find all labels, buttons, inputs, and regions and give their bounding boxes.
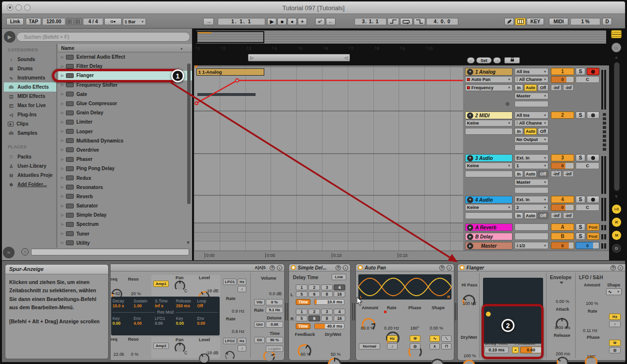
track-1-device-1-chooser[interactable]: Auto Pan: [465, 76, 513, 83]
expand-triangle-icon[interactable]: ▷: [61, 129, 64, 133]
device-grip[interactable]: [352, 303, 355, 320]
expand-triangle-icon[interactable]: ▷: [61, 55, 64, 59]
lfo-hz-button[interactable]: Hz: [609, 314, 621, 320]
expand-triangle-icon[interactable]: ▷: [61, 185, 64, 189]
track-2-solo-button[interactable]: S: [576, 111, 585, 119]
save-preset-icon[interactable]: ▪: [447, 265, 452, 270]
track-4-header[interactable]: ▼4 Audio: [465, 196, 513, 204]
play-button[interactable]: ▶: [267, 18, 276, 25]
browser-list-item[interactable]: ▷ Glue Compressor: [58, 99, 192, 108]
lfo-phase-button[interactable]: Φ: [609, 340, 621, 346]
returns-section-toggle[interactable]: R: [612, 218, 621, 227]
quantization-menu[interactable]: 1 Bar: [123, 18, 146, 25]
sidebar-item-audio-effects[interactable]: ıllıAudio Effects: [4, 82, 56, 92]
sidebar-item-instruments[interactable]: ∿Instruments: [4, 73, 56, 82]
sidebar-item-plug-ins[interactable]: ◁Plug-Ins: [4, 110, 56, 119]
detune-field[interactable]: 0.00: [266, 321, 283, 328]
amp2-pan-knob[interactable]: [175, 343, 185, 353]
return-a-field[interactable]: [514, 223, 548, 231]
overdub-d-button[interactable]: D: [602, 18, 612, 25]
track-1-monitor-in[interactable]: In: [514, 84, 523, 91]
track-3-volume-slider[interactable]: 0: [551, 162, 574, 169]
spin-button[interactable]: ◎: [410, 343, 420, 349]
track-3-number[interactable]: 3: [551, 154, 574, 161]
browser-list-item[interactable]: ▷ Tuner: [58, 229, 192, 238]
expand-triangle-icon[interactable]: ▷: [61, 213, 64, 217]
track-2-monitor-in[interactable]: In: [514, 128, 523, 135]
right-time-field[interactable]: 40.0 ms: [314, 323, 344, 329]
track-3-arm-button[interactable]: [587, 154, 599, 161]
beat-division-button[interactable]: 3: [321, 285, 333, 290]
beat-ruler[interactable]: 1 2 3 4 5: [194, 45, 609, 53]
save-preset-icon[interactable]: ▪: [618, 265, 623, 270]
browser-list-item[interactable]: ▷ Looper: [58, 127, 192, 136]
track-3-sends-field[interactable]: [514, 187, 548, 193]
list-scroll-down-icon[interactable]: ▼: [186, 240, 191, 245]
shape-saw-button[interactable]: ⟍: [441, 335, 451, 342]
io-section-toggle[interactable]: I-O: [612, 205, 621, 214]
glide-time-field[interactable]: 50 %: [266, 337, 283, 343]
expand-triangle-icon[interactable]: ▷: [61, 158, 64, 161]
track-2-header[interactable]: ▼2 MIDI: [465, 111, 513, 119]
normal-mode-button[interactable]: Normal: [359, 343, 380, 349]
track-2-midi-channel-menu[interactable]: ⁞ All Channe: [514, 120, 548, 127]
track-2-arm-button[interactable]: [587, 111, 599, 119]
sidebar-item-user-library[interactable]: ♙User-Library: [4, 161, 56, 171]
sidebar-item-drums[interactable]: ⊞Drums: [4, 64, 56, 73]
return-b-number[interactable]: B: [551, 233, 574, 240]
device-simple-delay[interactable]: Simple Del... ↻ ▪ Delay Time Link 1234 L…: [289, 264, 350, 360]
flanger-title-bar[interactable]: Flanger ↻ ▪: [458, 264, 625, 271]
track-3-monitor-in[interactable]: In: [514, 171, 523, 177]
loop-set-next-button[interactable]: →: [493, 57, 501, 63]
lfo2-button[interactable]: LFO2: [223, 338, 237, 344]
track-1-header[interactable]: ▼1 Analog: [465, 68, 513, 76]
track-4-instrument-field[interactable]: [465, 212, 513, 219]
browser-list-item[interactable]: ▷ Redux: [58, 173, 192, 182]
loop-set-button[interactable]: Set: [476, 57, 492, 63]
expand-triangle-icon[interactable]: ▷: [61, 148, 64, 152]
preview-volume-bar[interactable]: [31, 249, 189, 255]
return-b-field[interactable]: [514, 233, 548, 240]
return-b-solo-button[interactable]: S: [576, 233, 585, 240]
beat-division-button[interactable]: 16: [334, 316, 345, 321]
shape-knob[interactable]: [431, 359, 444, 364]
track-4-device-chooser[interactable]: Keine: [465, 204, 513, 211]
master-volume-slider[interactable]: 0: [551, 242, 574, 249]
track-4-input-channel-menu[interactable]: 2: [514, 204, 548, 211]
expand-triangle-icon[interactable]: ▷: [61, 167, 64, 171]
arrangement-clip[interactable]: 1 1-Analog: [196, 68, 264, 76]
tempo-field[interactable]: 120.00: [42, 18, 65, 25]
lock-envelopes-button[interactable]: [504, 57, 520, 63]
sidebar-item-samples[interactable]: ıllıSamples: [4, 128, 56, 138]
beat-division-button[interactable]: 6: [308, 291, 320, 297]
beat-division-button[interactable]: 8: [321, 291, 333, 297]
hot-swap-icon[interactable]: ↻: [439, 265, 445, 270]
browser-list-item[interactable]: ▷ Resonators: [58, 183, 192, 192]
scroll-down-icon[interactable]: ▼: [614, 194, 619, 199]
amp1-button[interactable]: Amp1: [153, 281, 169, 287]
beat-division-button[interactable]: 4: [334, 285, 345, 290]
track-1-midi-channel-menu[interactable]: ⁞ All Channe: [514, 76, 548, 83]
sidebar-item-max-for-live[interactable]: ◰Max for Live: [4, 101, 56, 110]
draw-mode-button[interactable]: [504, 18, 514, 25]
hot-swap-icon[interactable]: ↻: [336, 265, 341, 270]
track-2-sends-field[interactable]: [514, 144, 548, 151]
rate-sync-button[interactable]: ♪: [387, 343, 398, 349]
automation-arm-button[interactable]: o°: [315, 18, 325, 25]
track-4-number[interactable]: 4: [551, 196, 574, 203]
fold-icon[interactable]: ▼: [467, 155, 473, 161]
shape-triangle-button[interactable]: ∧: [430, 343, 440, 349]
link-button[interactable]: Link: [332, 274, 346, 280]
beat-division-button[interactable]: 1: [296, 309, 307, 315]
record-button[interactable]: ●: [288, 18, 297, 25]
return-a-post-button[interactable]: Post: [587, 223, 599, 231]
session-view-toggle[interactable]: |||: [611, 43, 621, 52]
track-2-output-menu[interactable]: No Output: [514, 136, 548, 143]
play-icon[interactable]: ▶: [467, 234, 473, 240]
track-1-input-menu[interactable]: All Ins: [514, 68, 548, 75]
track-3-monitor-off[interactable]: Off: [538, 171, 548, 177]
expand-triangle-icon[interactable]: ▷: [61, 83, 64, 87]
stop-button[interactable]: ■: [277, 18, 287, 25]
play-icon[interactable]: ▶: [467, 243, 473, 249]
browser-list-item[interactable]: ▷ Phaser: [58, 155, 192, 164]
